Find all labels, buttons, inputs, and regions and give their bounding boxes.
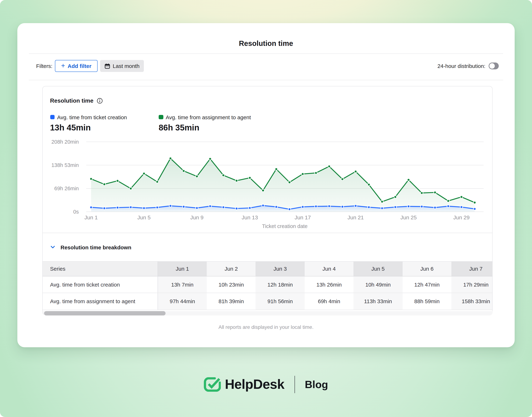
svg-text:Jun 29: Jun 29 <box>453 214 469 220</box>
svg-text:Jun 5: Jun 5 <box>137 214 150 220</box>
svg-text:Ticket creation date: Ticket creation date <box>262 223 307 229</box>
svg-text:Jun 13: Jun 13 <box>241 214 258 220</box>
svg-text:Jun 1: Jun 1 <box>84 214 97 220</box>
svg-text:Jun 9: Jun 9 <box>190 214 203 220</box>
svg-text:69h 26min: 69h 26min <box>54 185 79 191</box>
svg-text:Jun 17: Jun 17 <box>294 214 311 220</box>
svg-text:Jun 25: Jun 25 <box>400 214 417 220</box>
svg-text:0s: 0s <box>73 209 79 214</box>
svg-text:208h 20min: 208h 20min <box>51 139 79 145</box>
svg-text:Jun 21: Jun 21 <box>347 214 364 220</box>
svg-text:138h 53min: 138h 53min <box>51 162 79 168</box>
